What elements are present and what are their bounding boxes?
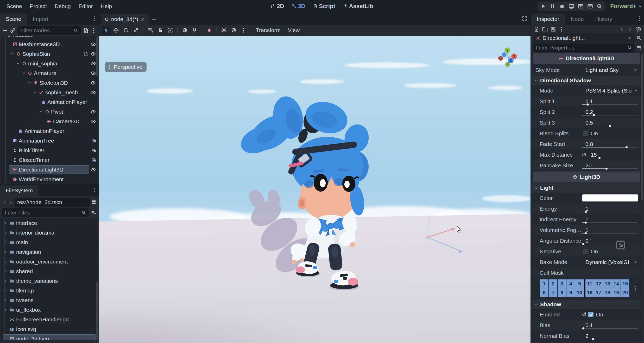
layer-13[interactable]: 13 [603,279,612,288]
file-list-scrollbar[interactable] [96,282,98,340]
workspace-2d[interactable]: 2D [268,2,287,10]
property-control[interactable]: On [582,128,638,139]
stop-button[interactable] [559,3,565,10]
tab-import[interactable]: Import [27,14,54,25]
slider-track[interactable] [582,147,637,148]
menu-debug[interactable]: Debug [51,2,75,10]
layer-7[interactable]: 7 [549,288,557,297]
menu-editor[interactable]: Editor [75,2,97,10]
visibility-icon[interactable] [90,119,96,124]
file-row-ui-flexbox[interactable]: ui_flexbox [1,305,98,315]
rotate-mode-button[interactable] [122,26,130,35]
slider-grabber[interactable] [598,157,601,159]
slider-track[interactable] [582,104,637,105]
property-control[interactable]: ↺On [582,309,638,320]
workspace-script[interactable]: Script [310,2,338,10]
property-control[interactable]: On [582,341,638,343]
layer-20[interactable]: 20 [621,288,629,297]
layer-4[interactable]: 4 [566,279,575,288]
property-control[interactable]: On [582,246,638,257]
tree-row-sophia-mesh[interactable]: sophia_mesh [1,88,98,97]
layer-6[interactable]: 6 [540,288,548,297]
layer-15[interactable]: 15 [621,279,629,288]
expand-folder[interactable] [4,298,8,302]
property-control[interactable]: 0.5 [582,117,638,128]
instantiate-scene-icon[interactable] [10,28,16,33]
use-snap-button[interactable] [190,26,199,35]
slider-track[interactable] [582,244,637,244]
menu-project[interactable]: Project [26,2,51,10]
visibility-icon[interactable] [90,51,96,57]
file-row-fullscreenhandler-gd[interactable]: FullScreenHandler.gd [1,315,98,324]
move-mode-button[interactable] [112,26,121,35]
filter-properties-input[interactable] [536,45,627,51]
collapse[interactable] [39,110,43,114]
slider-grabber[interactable] [585,232,587,234]
slider-grabber[interactable] [587,103,589,106]
tree-row-blinktimer[interactable]: BlinkTimer% [1,145,98,155]
slider-track[interactable] [582,233,637,234]
property-control[interactable]: 0.2 [582,107,638,117]
current-path[interactable]: res://node_3d.tscn [15,198,90,207]
tree-row-camera3d[interactable]: Camera3D [1,117,98,126]
tree-row-node3d[interactable]: Node3D [1,36,98,39]
attach-script-icon[interactable] [83,28,89,33]
file-row-icon-svg[interactable]: icon.svg [1,324,98,334]
slider-grabber[interactable] [593,114,595,116]
checkbox[interactable] [583,131,588,136]
expand-folder[interactable] [4,221,8,225]
visibility-icon[interactable] [90,109,96,115]
property-control[interactable]: 0.8 [582,139,638,149]
expand-folder[interactable] [4,241,8,244]
workspace-3d[interactable]: 3D [289,2,308,10]
scale-mode-button[interactable] [131,26,140,35]
add-node-icon[interactable] [2,28,8,33]
file-row-shared[interactable]: shared [1,266,98,276]
new-resource-icon[interactable] [534,26,539,32]
nav-back-icon[interactable] [2,200,7,205]
layer-8[interactable]: 8 [558,288,566,297]
revert-icon[interactable]: ↺ [582,152,586,158]
slider-track[interactable] [582,222,637,223]
slider-grabber[interactable] [592,338,594,340]
slider-track[interactable] [582,115,637,115]
node-selector[interactable]: DirectionalLight... [533,33,635,43]
property-control[interactable]: 0.1 [582,96,638,107]
visibility-icon[interactable] [90,41,96,47]
collapse[interactable] [27,81,32,85]
tree-row-meshinstance3d[interactable]: MeshInstance3D [1,39,98,49]
scene-tab[interactable]: node_3d(*) [101,14,149,25]
history-back-icon[interactable] [619,26,625,32]
close-icon[interactable] [140,17,145,22]
file-row-tweens[interactable]: tweens [1,295,98,305]
expand-folder[interactable] [4,279,8,283]
layer-5[interactable]: 5 [575,279,584,288]
property-control[interactable]: ↺15 [582,149,638,160]
section-shadow[interactable]: Shadow [532,300,641,309]
layer-9[interactable]: 9 [566,288,575,297]
scene-tree-scrollbar[interactable] [96,37,98,76]
revert-icon[interactable]: ↺ [582,312,586,317]
layer-14[interactable]: 14 [612,279,621,288]
property-control[interactable]: 1 [582,225,638,235]
file-row-tilemap[interactable]: tilemap [1,286,98,295]
tree-row-animationplayer[interactable]: AnimationPlayer [1,97,98,107]
resource-menu-icon[interactable] [559,26,564,32]
property-control[interactable]: PSSM 4 Splits (Slo [582,85,638,96]
tree-row-pivot[interactable]: Pivot [1,107,98,117]
slider-track[interactable] [582,126,637,126]
slider-track[interactable] [582,158,637,158]
split-view-icon[interactable] [91,199,97,205]
visibility-icon[interactable] [90,90,96,95]
dock-menu-icon[interactable] [91,187,97,193]
tab-scene[interactable]: Scene [0,14,27,25]
play-scene-button[interactable] [577,3,584,10]
expand-folder[interactable] [4,308,8,312]
slider-track[interactable] [582,328,637,329]
expand-folder[interactable] [4,250,8,254]
tree-row-closedtimer[interactable]: ClosedTimer% [1,155,98,165]
slider-track[interactable] [582,212,637,212]
visibility-icon[interactable] [90,61,96,66]
load-resource-icon[interactable] [542,26,548,32]
property-control[interactable]: Light and Sky [582,65,638,75]
